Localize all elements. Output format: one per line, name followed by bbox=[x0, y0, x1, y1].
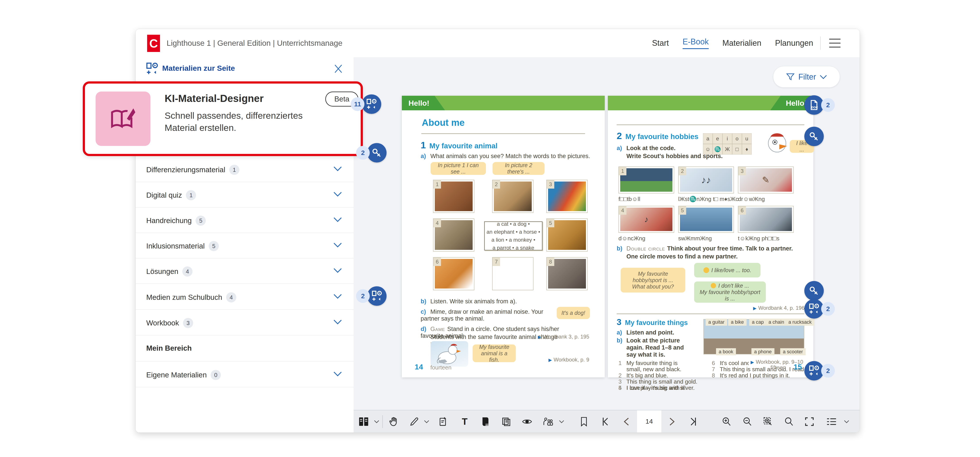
sidebar-item-handreichung[interactable]: Handreichung5 bbox=[136, 207, 353, 233]
sidebar-item-digital-quiz[interactable]: Digital quiz1 bbox=[136, 182, 353, 208]
chevron-down-icon[interactable] bbox=[333, 267, 342, 273]
divider bbox=[421, 133, 585, 134]
add-note-icon[interactable] bbox=[438, 417, 448, 427]
task-b-line2: One circle moves to find a new partner. bbox=[627, 253, 738, 260]
section-title: My favourite things bbox=[625, 319, 688, 327]
page-spread-icon[interactable] bbox=[358, 417, 369, 427]
chevron-down-icon[interactable] bbox=[333, 191, 342, 197]
list-number: 3 bbox=[619, 378, 627, 385]
key-icon[interactable] bbox=[367, 143, 387, 162]
zoom-out-icon[interactable] bbox=[742, 417, 752, 427]
ebook-content-area: Filter Hello! About me 1 My favourite an… bbox=[353, 57, 860, 432]
close-icon[interactable] bbox=[332, 63, 344, 75]
page-number: 14 bbox=[415, 363, 423, 371]
solution-badge[interactable] bbox=[804, 281, 824, 300]
badge-count: 2 bbox=[356, 289, 370, 303]
sidebar-item-loesungen[interactable]: Lösungen4 bbox=[136, 258, 353, 284]
first-page-icon[interactable] bbox=[601, 417, 610, 427]
item-label: Inklusionsmaterial bbox=[146, 242, 205, 250]
list-view-icon[interactable] bbox=[826, 417, 837, 426]
wordbank-ref: ▶Wordbank 3, p. 195 bbox=[538, 334, 589, 340]
sidebar-item-workbook[interactable]: Workbook3 bbox=[136, 309, 353, 335]
page-word: fourteen bbox=[430, 364, 452, 371]
bubble-text: I don't like ... bbox=[718, 282, 749, 289]
filter-button[interactable]: Filter bbox=[773, 66, 840, 87]
key-icon[interactable] bbox=[804, 127, 824, 146]
nav-ebook[interactable]: E-Book bbox=[682, 37, 709, 49]
nav-planungen[interactable]: Planungen bbox=[775, 38, 813, 48]
next-page-icon[interactable] bbox=[668, 417, 676, 427]
bookmark-icon[interactable] bbox=[580, 417, 588, 427]
page-number-input[interactable]: 14 bbox=[637, 410, 661, 432]
book-pages-icon[interactable] bbox=[501, 417, 511, 427]
people-icon[interactable] bbox=[542, 417, 554, 427]
materials-icon[interactable] bbox=[362, 94, 381, 114]
speech-bubble: My favourite hobby/sport is ... What abo… bbox=[620, 268, 685, 292]
chevron-down-icon[interactable] bbox=[333, 319, 342, 325]
chevron-down-icon[interactable] bbox=[333, 242, 342, 248]
chevron-down-icon[interactable] bbox=[424, 420, 429, 424]
chevron-down-icon[interactable] bbox=[333, 293, 342, 299]
divider bbox=[617, 314, 804, 314]
nav-materialien[interactable]: Materialien bbox=[722, 38, 761, 48]
task-tag: Game bbox=[430, 326, 445, 332]
material-count-badge[interactable]: 2 bbox=[804, 299, 835, 319]
zoom-in-icon[interactable] bbox=[721, 417, 732, 427]
sidebar-item-eigene-materialien[interactable]: Eigene Materialien0 bbox=[136, 362, 353, 387]
materials-icon[interactable] bbox=[804, 299, 824, 319]
chevron-down-icon[interactable] bbox=[559, 420, 564, 424]
material-count-badge[interactable]: 2 bbox=[356, 286, 387, 306]
sidebar-item-differenzierungsmaterial[interactable]: Differenzierungsmaterial1 bbox=[136, 156, 353, 182]
filter-icon bbox=[786, 73, 795, 81]
key-icon[interactable] bbox=[804, 281, 824, 300]
materials-icon[interactable] bbox=[367, 286, 387, 306]
arrow-icon: ▶ bbox=[549, 357, 552, 362]
header: C Lighthouse 1 | General Edition | Unter… bbox=[136, 29, 860, 58]
code-table: a e i o u ☺ ♏ Ж □ ♦ bbox=[703, 133, 752, 154]
ki-material-designer-card[interactable]: KI-Material-Designer Beta Schnell passen… bbox=[83, 81, 363, 156]
book-solid-icon[interactable] bbox=[480, 417, 490, 427]
pen-tool-icon[interactable] bbox=[409, 417, 419, 427]
section-number: 3 bbox=[617, 317, 621, 327]
solution-badge[interactable] bbox=[804, 127, 824, 146]
eye-icon[interactable] bbox=[522, 417, 532, 426]
count-badge: 5 bbox=[196, 216, 206, 226]
hobby-caption: lЖst♏nЖng t□ m♦sЖc bbox=[678, 196, 738, 203]
photo-number: 6 bbox=[433, 257, 441, 266]
doc-icon[interactable]: DOC bbox=[804, 95, 824, 115]
chevron-down-icon[interactable] bbox=[333, 216, 342, 223]
text-tool-icon[interactable]: T bbox=[462, 416, 468, 427]
last-page-icon[interactable] bbox=[689, 417, 698, 427]
materials-icon bbox=[145, 62, 159, 75]
word-box: a cat • a dog • an elephant • a horse • … bbox=[484, 221, 542, 251]
scene-label: a rucksack bbox=[786, 319, 814, 326]
prev-page-icon[interactable] bbox=[622, 417, 630, 427]
arrow-icon: ▶ bbox=[753, 306, 757, 311]
count-badge: 1 bbox=[186, 190, 196, 200]
zoom-area-icon[interactable] bbox=[763, 417, 773, 427]
badge-count: 2 bbox=[821, 364, 835, 378]
chevron-down-icon[interactable] bbox=[374, 420, 379, 424]
sidebar-item-medien-zum-schulbuch[interactable]: Medien zum Schulbuch4 bbox=[136, 284, 353, 310]
scene-label: a cap bbox=[749, 319, 767, 326]
menu-icon[interactable] bbox=[829, 39, 841, 48]
chevron-down-icon[interactable] bbox=[844, 420, 849, 424]
chevron-down-icon[interactable] bbox=[333, 371, 342, 377]
section-number: 2 bbox=[617, 131, 622, 141]
search-icon[interactable] bbox=[784, 417, 794, 427]
hand-tool-icon[interactable] bbox=[388, 417, 398, 427]
chevron-down-icon[interactable] bbox=[333, 166, 342, 172]
section-title: My favourite animal bbox=[429, 142, 497, 150]
list-item: 2It's big and blue. bbox=[619, 372, 703, 379]
seagull-illustration bbox=[763, 127, 791, 160]
task-b: b)Double circleThink about your free tim… bbox=[617, 245, 798, 252]
doc-badge[interactable]: DOC 2 bbox=[804, 95, 835, 115]
fullscreen-icon[interactable] bbox=[804, 417, 815, 427]
sidebar-item-inklusionsmaterial[interactable]: Inklusionsmaterial5 bbox=[136, 233, 353, 259]
list-item: 3This thing is small and gold. bbox=[619, 378, 697, 385]
bubble-text: My favourite hobby/sport is ... bbox=[698, 289, 762, 302]
list-item: small, new and black. bbox=[627, 366, 681, 373]
materials-icon[interactable] bbox=[804, 361, 824, 381]
material-count-badge[interactable]: 2 bbox=[804, 361, 835, 381]
nav-start[interactable]: Start bbox=[652, 38, 669, 48]
